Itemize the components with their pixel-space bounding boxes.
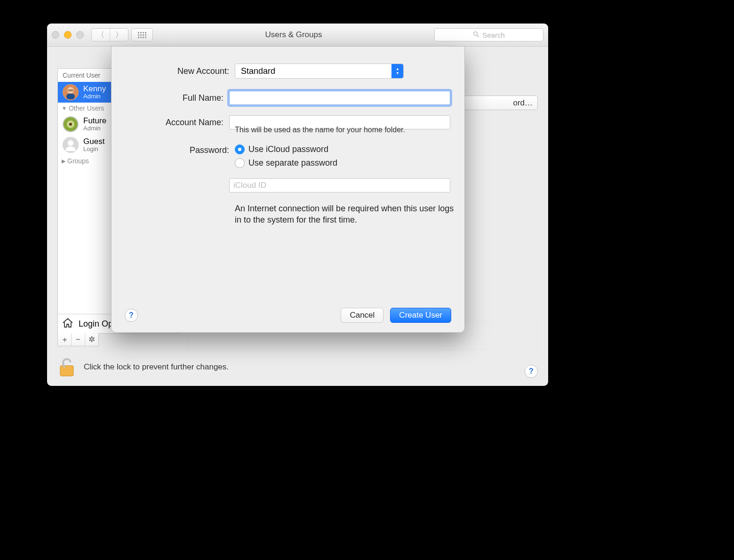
chevron-right-icon: 〉 — [115, 30, 123, 40]
label-new-account: New Account: — [126, 66, 235, 76]
change-password-label: ord… — [513, 98, 533, 108]
traffic-lights — [52, 31, 84, 39]
add-user-button[interactable]: ＋ — [58, 333, 72, 346]
content-area: Current User Kenny Admin ▼ Other Users — [47, 47, 548, 386]
grid-icon — [138, 32, 146, 38]
nav-forward-button[interactable]: 〉 — [110, 29, 128, 41]
help-button[interactable]: ? — [525, 365, 538, 378]
radio-label-icloud: Use iCloud password — [248, 144, 328, 154]
sidebar-action-bar: ＋ − ✲ — [57, 333, 99, 346]
cancel-button[interactable]: Cancel — [341, 308, 383, 323]
create-user-button[interactable]: Create User — [390, 308, 451, 323]
nav-back-button[interactable]: 〈 — [92, 29, 110, 41]
disclosure-right-icon: ▶ — [62, 158, 65, 164]
user-role: Login — [83, 146, 104, 152]
svg-rect-4 — [66, 94, 75, 99]
sidebar-header-groups-label: Groups — [67, 157, 89, 165]
disclosure-down-icon: ▼ — [62, 105, 67, 111]
label-account-name: Account Name: — [126, 118, 229, 128]
avatar-icon — [63, 116, 79, 132]
account-type-select[interactable]: Standard ▲▼ — [235, 64, 404, 79]
user-name: Future — [83, 117, 106, 126]
svg-rect-11 — [60, 366, 73, 376]
avatar-icon — [63, 137, 79, 153]
help-icon: ? — [529, 367, 534, 376]
minimize-window-button[interactable] — [64, 31, 72, 39]
show-all-prefs-button[interactable] — [131, 28, 153, 41]
svg-rect-5 — [68, 89, 73, 91]
select-stepper-icon: ▲▼ — [391, 64, 403, 78]
internet-note: An Internet connection will be required … — [235, 203, 456, 226]
chevron-left-icon: 〈 — [97, 30, 104, 40]
toolbar: 〈 〉 Users & Groups — [47, 24, 548, 47]
gear-icon: ✲ — [88, 335, 95, 344]
avatar-icon — [63, 84, 79, 100]
svg-line-1 — [477, 35, 479, 37]
create-user-label: Create User — [399, 311, 442, 320]
user-name: Guest — [83, 137, 104, 146]
user-role: Admin — [83, 93, 106, 100]
unlocked-lock-icon[interactable] — [57, 356, 76, 378]
account-type-value: Standard — [241, 66, 275, 76]
icloud-id-input[interactable] — [229, 178, 450, 192]
help-icon: ? — [129, 311, 134, 320]
user-name: Kenny — [83, 85, 106, 94]
lock-row: Click the lock to prevent further change… — [57, 356, 229, 378]
close-window-button[interactable] — [52, 31, 59, 39]
label-password: Password: — [126, 144, 235, 155]
radio-icon — [235, 144, 245, 154]
radio-icon — [235, 158, 245, 168]
svg-point-8 — [69, 123, 72, 126]
label-full-name: Full Name: — [126, 93, 229, 103]
window-title: Users & Groups — [153, 30, 434, 40]
cancel-label: Cancel — [350, 311, 375, 320]
new-user-sheet: New Account: Standard ▲▼ Full Name: — [111, 47, 465, 333]
lock-text: Click the lock to prevent further change… — [84, 362, 229, 372]
zoom-window-button[interactable] — [76, 31, 84, 39]
nav-back-forward: 〈 〉 — [91, 28, 128, 41]
svg-point-10 — [68, 140, 73, 146]
radio-label-separate: Use separate password — [248, 158, 337, 168]
user-role: Admin — [83, 125, 106, 132]
remove-user-button[interactable]: − — [72, 333, 85, 346]
password-option-separate[interactable]: Use separate password — [235, 158, 450, 168]
search-icon — [473, 31, 479, 39]
sidebar-header-other-label: Other Users — [69, 104, 104, 112]
house-icon — [62, 317, 74, 331]
search-placeholder: Search — [482, 31, 505, 39]
search-field[interactable]: Search — [434, 28, 543, 41]
settings-gear-button[interactable]: ✲ — [85, 333, 98, 346]
prefs-window: 〈 〉 Users & Groups — [47, 24, 548, 386]
password-option-icloud[interactable]: Use iCloud password — [235, 144, 450, 154]
sheet-help-button[interactable]: ? — [125, 309, 138, 322]
full-name-input[interactable] — [229, 91, 450, 105]
